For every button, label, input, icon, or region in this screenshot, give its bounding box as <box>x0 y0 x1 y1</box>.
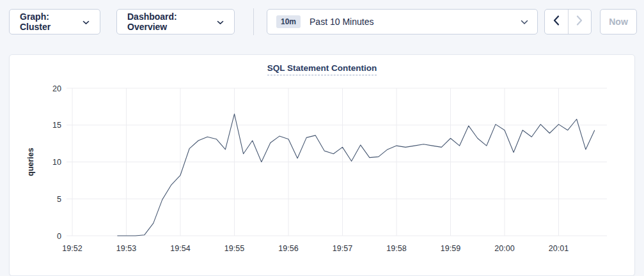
svg-text:20:00: 20:00 <box>494 244 514 253</box>
chart-title: SQL Statement Contention <box>10 62 634 73</box>
time-range-dropdown[interactable]: 10m Past 10 Minutes <box>267 9 538 34</box>
svg-text:19:54: 19:54 <box>170 244 190 253</box>
sql-statement-contention-chart[interactable]: 0510152019:5219:5319:5419:5519:5619:5719… <box>10 55 634 276</box>
svg-text:5: 5 <box>57 195 61 204</box>
svg-text:19:55: 19:55 <box>224 244 244 253</box>
y-axis-label: queries <box>26 148 35 176</box>
series-line-queries <box>117 114 594 236</box>
chevron-down-icon <box>82 17 90 27</box>
chevron-down-icon <box>521 17 528 27</box>
x-axis-tick-labels: 19:5219:5319:5419:5519:5619:5719:5819:59… <box>62 244 569 253</box>
svg-text:19:52: 19:52 <box>62 244 82 253</box>
svg-text:19:59: 19:59 <box>441 244 460 253</box>
graph-scope-dropdown[interactable]: Graph: Cluster <box>9 9 100 34</box>
shift-time-forward-button[interactable] <box>568 10 592 34</box>
toolbar-divider <box>253 8 254 35</box>
svg-text:0: 0 <box>57 232 61 241</box>
shift-time-back-button[interactable] <box>545 10 568 34</box>
graph-scope-dropdown-label: Graph: Cluster <box>20 12 76 32</box>
now-button[interactable]: Now <box>600 9 637 34</box>
metrics-toolbar: Graph: Cluster Dashboard: Overview 10m P… <box>0 0 644 34</box>
svg-text:20: 20 <box>52 84 61 93</box>
svg-text:19:58: 19:58 <box>386 244 406 253</box>
svg-text:10: 10 <box>52 158 61 167</box>
chart-card: SQL Statement Contention 0510152019:5219… <box>9 54 635 276</box>
chevron-right-icon <box>576 15 583 28</box>
time-shift-button-group <box>544 9 592 34</box>
svg-text:20:01: 20:01 <box>549 244 569 253</box>
svg-text:19:53: 19:53 <box>116 244 136 253</box>
time-range-label: Past 10 Minutes <box>310 17 512 27</box>
dashboard-dropdown-label: Dashboard: Overview <box>127 12 210 32</box>
svg-text:19:56: 19:56 <box>278 244 298 253</box>
y-axis-tick-labels: 05101520 <box>52 84 61 241</box>
chevron-down-icon <box>217 17 224 27</box>
chart-gridlines <box>67 88 607 236</box>
svg-text:15: 15 <box>52 121 61 130</box>
svg-text:19:57: 19:57 <box>333 244 352 253</box>
dashboard-dropdown[interactable]: Dashboard: Overview <box>116 9 235 34</box>
chart-title-text[interactable]: SQL Statement Contention <box>267 63 377 75</box>
chevron-left-icon <box>553 15 560 28</box>
time-range-badge: 10m <box>276 15 301 28</box>
